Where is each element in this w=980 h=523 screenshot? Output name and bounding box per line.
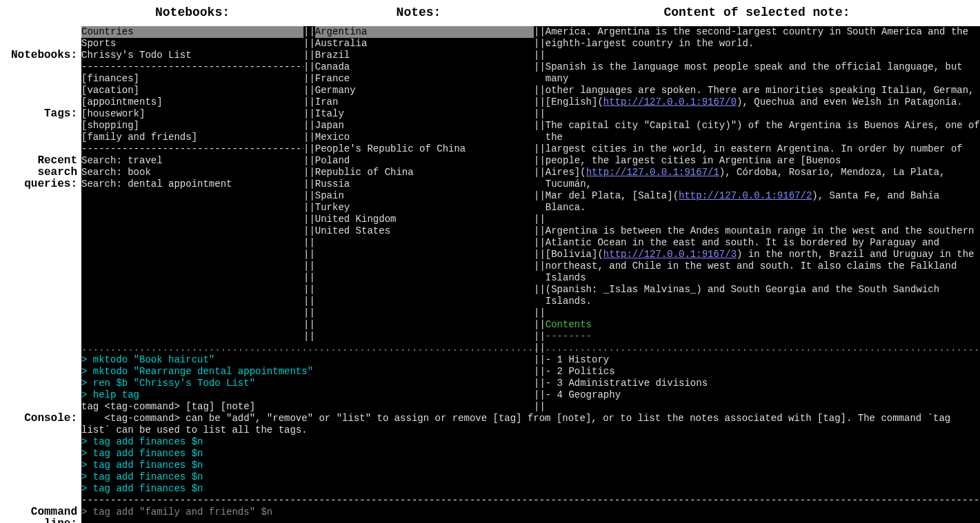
list-item[interactable]: Mexico: [315, 132, 534, 143]
list-item[interactable]: Search: dental appointment: [81, 178, 303, 190]
list-item: [315, 260, 534, 272]
panel-divider: ........................................…: [81, 342, 980, 354]
header-notes: Notes:: [303, 6, 534, 21]
list-item[interactable]: France: [315, 73, 534, 85]
console-line: > tag add finances $n: [81, 448, 980, 460]
list-item[interactable]: Search: travel: [81, 155, 303, 167]
list-item[interactable]: Japan: [315, 120, 534, 132]
list-item[interactable]: Chrissy's Todo List: [81, 50, 303, 61]
list-item: [315, 272, 534, 284]
header-notebooks: Notebooks:: [81, 6, 303, 21]
link[interactable]: http://127.0.0.1:9167/3: [603, 249, 737, 260]
notes-panel[interactable]: ||Argentina||Australia||Brazil||Canada||…: [303, 26, 534, 342]
terminal[interactable]: CountriesSportsChrissy's Todo List------…: [81, 26, 980, 523]
list-item[interactable]: Brazil: [315, 50, 534, 61]
list-item[interactable]: Germany: [315, 85, 534, 96]
list-item[interactable]: Search: book: [81, 167, 303, 178]
notebooks-panel[interactable]: CountriesSportsChrissy's Todo List------…: [81, 26, 303, 342]
list-item[interactable]: [vacation]: [81, 85, 303, 96]
console-line: > tag add finances $n: [81, 460, 980, 471]
side-labels: Notebooks:Tags:Recentsearchqueries:Conso…: [0, 26, 81, 523]
list-item[interactable]: Poland: [315, 155, 534, 167]
list-item[interactable]: Canada: [315, 61, 534, 73]
cmdline-input[interactable]: > tag add "family and friends" $n: [81, 506, 272, 517]
link[interactable]: http://127.0.0.1:9167/2: [679, 190, 812, 201]
console-line: > tag add finances $n: [81, 436, 980, 448]
link[interactable]: http://127.0.0.1:9167/1: [586, 167, 719, 178]
list-item[interactable]: Australia: [315, 38, 534, 50]
list-item[interactable]: People's Republic of China: [315, 143, 534, 155]
list-item: [315, 331, 534, 342]
list-item[interactable]: Republic of China: [315, 167, 534, 178]
link[interactable]: http://127.0.0.1:9167/0: [603, 96, 737, 107]
list-item: [315, 307, 534, 319]
list-item: [315, 319, 534, 331]
list-item[interactable]: [housework]: [81, 108, 303, 120]
list-item[interactable]: United States: [315, 225, 534, 237]
list-item[interactable]: Countries: [81, 26, 303, 38]
list-item[interactable]: United Kingdom: [315, 214, 534, 225]
console-line: > tag add finances $n: [81, 471, 980, 483]
list-item[interactable]: Argentina: [315, 26, 534, 38]
list-item[interactable]: Sports: [81, 38, 303, 50]
column-headers: Notebooks: Notes: Content of selected no…: [0, 0, 980, 26]
list-item[interactable]: Spain: [315, 190, 534, 202]
list-item: [315, 249, 534, 260]
list-item[interactable]: Russia: [315, 178, 534, 190]
list-item: [315, 237, 534, 249]
cmdline-divider: ----------------------------------------…: [81, 495, 980, 506]
list-item[interactable]: Turkey: [315, 202, 534, 214]
list-item[interactable]: [finances]: [81, 73, 303, 85]
console-line: > tag add finances $n: [81, 483, 980, 495]
list-item[interactable]: Iran: [315, 96, 534, 108]
list-item[interactable]: [shopping]: [81, 120, 303, 132]
command-line[interactable]: > tag add "family and friends" $n: [81, 506, 980, 518]
list-item[interactable]: [appointments]: [81, 96, 303, 108]
list-item: [315, 296, 534, 307]
list-item: [315, 284, 534, 296]
content-panel[interactable]: ||America. Argentina is the second-large…: [534, 26, 980, 342]
header-content: Content of selected note:: [534, 6, 980, 21]
list-item[interactable]: Italy: [315, 108, 534, 120]
list-item[interactable]: [family and friends]: [81, 132, 303, 143]
